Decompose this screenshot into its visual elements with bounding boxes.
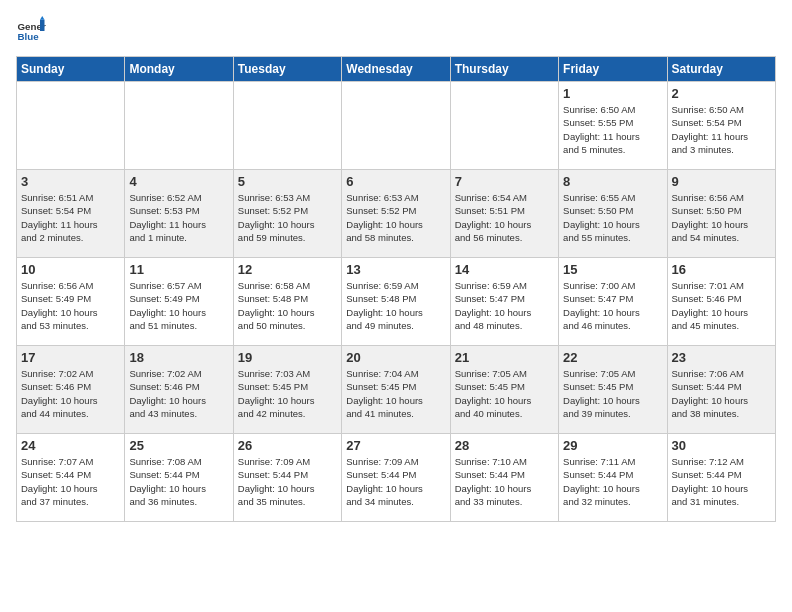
- day-info: Sunrise: 6:51 AM Sunset: 5:54 PM Dayligh…: [21, 191, 120, 244]
- day-info: Sunrise: 6:59 AM Sunset: 5:48 PM Dayligh…: [346, 279, 445, 332]
- day-info: Sunrise: 6:54 AM Sunset: 5:51 PM Dayligh…: [455, 191, 554, 244]
- calendar-cell: 18Sunrise: 7:02 AM Sunset: 5:46 PM Dayli…: [125, 346, 233, 434]
- day-number: 1: [563, 86, 662, 101]
- calendar-cell: 2Sunrise: 6:50 AM Sunset: 5:54 PM Daylig…: [667, 82, 775, 170]
- calendar-cell: [17, 82, 125, 170]
- calendar-cell: 9Sunrise: 6:56 AM Sunset: 5:50 PM Daylig…: [667, 170, 775, 258]
- day-number: 24: [21, 438, 120, 453]
- calendar-cell: [233, 82, 341, 170]
- day-number: 21: [455, 350, 554, 365]
- calendar-week-row: 24Sunrise: 7:07 AM Sunset: 5:44 PM Dayli…: [17, 434, 776, 522]
- day-info: Sunrise: 6:53 AM Sunset: 5:52 PM Dayligh…: [346, 191, 445, 244]
- calendar-cell: 16Sunrise: 7:01 AM Sunset: 5:46 PM Dayli…: [667, 258, 775, 346]
- svg-marker-3: [40, 16, 45, 20]
- day-number: 28: [455, 438, 554, 453]
- day-number: 29: [563, 438, 662, 453]
- weekday-header-friday: Friday: [559, 57, 667, 82]
- calendar-cell: 30Sunrise: 7:12 AM Sunset: 5:44 PM Dayli…: [667, 434, 775, 522]
- day-info: Sunrise: 7:12 AM Sunset: 5:44 PM Dayligh…: [672, 455, 771, 508]
- calendar-cell: 27Sunrise: 7:09 AM Sunset: 5:44 PM Dayli…: [342, 434, 450, 522]
- calendar-cell: 25Sunrise: 7:08 AM Sunset: 5:44 PM Dayli…: [125, 434, 233, 522]
- day-info: Sunrise: 6:52 AM Sunset: 5:53 PM Dayligh…: [129, 191, 228, 244]
- day-info: Sunrise: 7:03 AM Sunset: 5:45 PM Dayligh…: [238, 367, 337, 420]
- calendar-cell: 22Sunrise: 7:05 AM Sunset: 5:45 PM Dayli…: [559, 346, 667, 434]
- day-number: 14: [455, 262, 554, 277]
- calendar-cell: 15Sunrise: 7:00 AM Sunset: 5:47 PM Dayli…: [559, 258, 667, 346]
- calendar-cell: 28Sunrise: 7:10 AM Sunset: 5:44 PM Dayli…: [450, 434, 558, 522]
- calendar-cell: 21Sunrise: 7:05 AM Sunset: 5:45 PM Dayli…: [450, 346, 558, 434]
- day-number: 2: [672, 86, 771, 101]
- day-info: Sunrise: 7:11 AM Sunset: 5:44 PM Dayligh…: [563, 455, 662, 508]
- day-number: 7: [455, 174, 554, 189]
- day-number: 27: [346, 438, 445, 453]
- day-number: 3: [21, 174, 120, 189]
- day-info: Sunrise: 7:10 AM Sunset: 5:44 PM Dayligh…: [455, 455, 554, 508]
- day-number: 30: [672, 438, 771, 453]
- calendar-cell: 24Sunrise: 7:07 AM Sunset: 5:44 PM Dayli…: [17, 434, 125, 522]
- day-number: 4: [129, 174, 228, 189]
- svg-marker-2: [40, 20, 45, 31]
- calendar-cell: [125, 82, 233, 170]
- calendar-week-row: 17Sunrise: 7:02 AM Sunset: 5:46 PM Dayli…: [17, 346, 776, 434]
- page-header: General Blue: [16, 16, 776, 46]
- svg-text:Blue: Blue: [18, 31, 40, 42]
- day-info: Sunrise: 7:08 AM Sunset: 5:44 PM Dayligh…: [129, 455, 228, 508]
- day-number: 10: [21, 262, 120, 277]
- day-number: 15: [563, 262, 662, 277]
- day-number: 23: [672, 350, 771, 365]
- day-info: Sunrise: 6:50 AM Sunset: 5:54 PM Dayligh…: [672, 103, 771, 156]
- weekday-header-sunday: Sunday: [17, 57, 125, 82]
- day-number: 20: [346, 350, 445, 365]
- weekday-header-row: SundayMondayTuesdayWednesdayThursdayFrid…: [17, 57, 776, 82]
- day-number: 17: [21, 350, 120, 365]
- calendar-cell: 23Sunrise: 7:06 AM Sunset: 5:44 PM Dayli…: [667, 346, 775, 434]
- calendar-cell: [342, 82, 450, 170]
- day-info: Sunrise: 7:07 AM Sunset: 5:44 PM Dayligh…: [21, 455, 120, 508]
- day-info: Sunrise: 7:06 AM Sunset: 5:44 PM Dayligh…: [672, 367, 771, 420]
- day-info: Sunrise: 7:09 AM Sunset: 5:44 PM Dayligh…: [238, 455, 337, 508]
- day-info: Sunrise: 6:56 AM Sunset: 5:50 PM Dayligh…: [672, 191, 771, 244]
- calendar-cell: 4Sunrise: 6:52 AM Sunset: 5:53 PM Daylig…: [125, 170, 233, 258]
- calendar-cell: 6Sunrise: 6:53 AM Sunset: 5:52 PM Daylig…: [342, 170, 450, 258]
- weekday-header-wednesday: Wednesday: [342, 57, 450, 82]
- day-info: Sunrise: 6:59 AM Sunset: 5:47 PM Dayligh…: [455, 279, 554, 332]
- day-info: Sunrise: 7:00 AM Sunset: 5:47 PM Dayligh…: [563, 279, 662, 332]
- calendar-cell: 26Sunrise: 7:09 AM Sunset: 5:44 PM Dayli…: [233, 434, 341, 522]
- day-number: 8: [563, 174, 662, 189]
- calendar-week-row: 3Sunrise: 6:51 AM Sunset: 5:54 PM Daylig…: [17, 170, 776, 258]
- day-number: 12: [238, 262, 337, 277]
- weekday-header-thursday: Thursday: [450, 57, 558, 82]
- day-number: 26: [238, 438, 337, 453]
- day-number: 6: [346, 174, 445, 189]
- day-info: Sunrise: 7:02 AM Sunset: 5:46 PM Dayligh…: [129, 367, 228, 420]
- calendar-cell: 8Sunrise: 6:55 AM Sunset: 5:50 PM Daylig…: [559, 170, 667, 258]
- calendar-cell: 5Sunrise: 6:53 AM Sunset: 5:52 PM Daylig…: [233, 170, 341, 258]
- calendar-cell: [450, 82, 558, 170]
- day-number: 13: [346, 262, 445, 277]
- weekday-header-monday: Monday: [125, 57, 233, 82]
- logo-icon: General Blue: [16, 16, 46, 46]
- day-info: Sunrise: 7:09 AM Sunset: 5:44 PM Dayligh…: [346, 455, 445, 508]
- day-number: 16: [672, 262, 771, 277]
- calendar-cell: 7Sunrise: 6:54 AM Sunset: 5:51 PM Daylig…: [450, 170, 558, 258]
- weekday-header-tuesday: Tuesday: [233, 57, 341, 82]
- day-info: Sunrise: 6:56 AM Sunset: 5:49 PM Dayligh…: [21, 279, 120, 332]
- day-info: Sunrise: 7:02 AM Sunset: 5:46 PM Dayligh…: [21, 367, 120, 420]
- day-info: Sunrise: 6:55 AM Sunset: 5:50 PM Dayligh…: [563, 191, 662, 244]
- day-number: 18: [129, 350, 228, 365]
- calendar: SundayMondayTuesdayWednesdayThursdayFrid…: [16, 56, 776, 522]
- calendar-cell: 19Sunrise: 7:03 AM Sunset: 5:45 PM Dayli…: [233, 346, 341, 434]
- day-info: Sunrise: 6:57 AM Sunset: 5:49 PM Dayligh…: [129, 279, 228, 332]
- calendar-week-row: 1Sunrise: 6:50 AM Sunset: 5:55 PM Daylig…: [17, 82, 776, 170]
- calendar-cell: 1Sunrise: 6:50 AM Sunset: 5:55 PM Daylig…: [559, 82, 667, 170]
- calendar-cell: 14Sunrise: 6:59 AM Sunset: 5:47 PM Dayli…: [450, 258, 558, 346]
- day-number: 5: [238, 174, 337, 189]
- day-info: Sunrise: 7:04 AM Sunset: 5:45 PM Dayligh…: [346, 367, 445, 420]
- calendar-cell: 17Sunrise: 7:02 AM Sunset: 5:46 PM Dayli…: [17, 346, 125, 434]
- day-number: 22: [563, 350, 662, 365]
- calendar-cell: 12Sunrise: 6:58 AM Sunset: 5:48 PM Dayli…: [233, 258, 341, 346]
- day-info: Sunrise: 6:50 AM Sunset: 5:55 PM Dayligh…: [563, 103, 662, 156]
- day-info: Sunrise: 7:05 AM Sunset: 5:45 PM Dayligh…: [455, 367, 554, 420]
- calendar-cell: 11Sunrise: 6:57 AM Sunset: 5:49 PM Dayli…: [125, 258, 233, 346]
- day-info: Sunrise: 7:01 AM Sunset: 5:46 PM Dayligh…: [672, 279, 771, 332]
